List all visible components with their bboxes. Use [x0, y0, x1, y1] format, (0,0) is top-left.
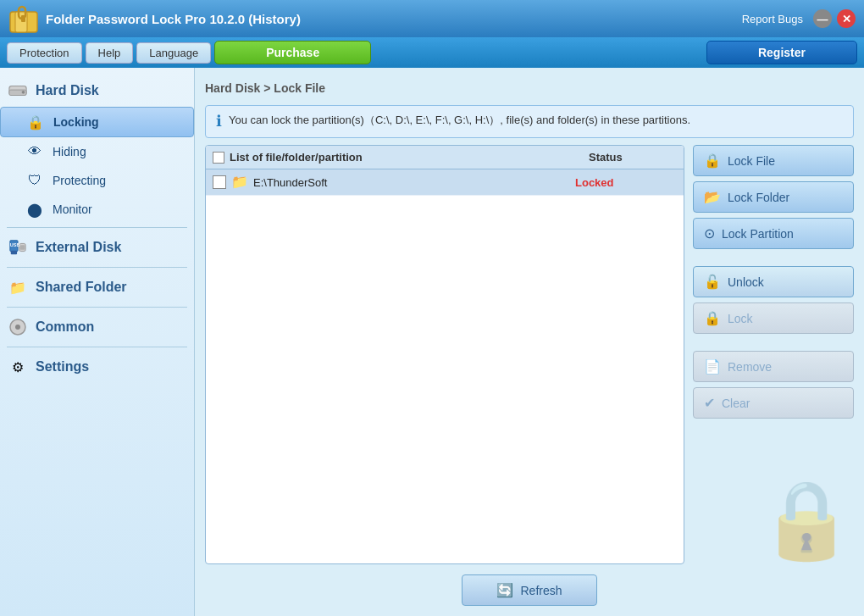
- refresh-icon: 🔄: [496, 582, 513, 598]
- sidebar-item-hiding[interactable]: 👁 Hiding: [0, 137, 194, 166]
- breadcrumb: Hard Disk > Lock File: [205, 78, 854, 98]
- sidebar-item-protecting[interactable]: 🛡 Protecting: [0, 166, 194, 195]
- lock-partition-button[interactable]: ⊙ Lock Partition: [693, 218, 854, 249]
- close-button[interactable]: ✕: [837, 9, 856, 28]
- unlock-icon: 🔓: [704, 274, 721, 290]
- monitor-label: Monitor: [53, 203, 92, 216]
- btn-spacer-2: [693, 339, 854, 346]
- externaldisk-label: External Disk: [36, 240, 121, 255]
- lock-file-label: Lock File: [728, 154, 775, 168]
- sharedfolder-icon: 📁: [8, 278, 27, 297]
- action-buttons-container: 🔒 Lock File 📂 Lock Folder ⊙ Lock Partiti…: [693, 145, 854, 564]
- unlock-button[interactable]: 🔓 Unlock: [693, 266, 854, 297]
- sidebar-item-harddisk[interactable]: Hard Disk: [0, 75, 194, 107]
- col-name-label: List of file/folder/partition: [230, 151, 363, 164]
- externaldisk-icon: USB: [8, 238, 27, 257]
- hiding-label: Hiding: [53, 145, 86, 158]
- harddisk-icon: [8, 81, 27, 100]
- col-status-label: Status: [589, 151, 623, 164]
- action-buttons: 🔒 Lock File 📂 Lock Folder ⊙ Lock Partiti…: [693, 145, 854, 419]
- menu-help[interactable]: Help: [86, 42, 134, 64]
- sidebar-item-monitor[interactable]: ⬤ Monitor: [0, 195, 194, 224]
- locking-label: Locking: [53, 115, 99, 129]
- sidebar-divider-4: [7, 347, 187, 347]
- title-controls: Report Bugs — ✕: [742, 9, 856, 28]
- svg-point-13: [15, 325, 20, 330]
- clear-label: Clear: [722, 397, 750, 410]
- breadcrumb-2: Lock File: [274, 81, 325, 95]
- minimize-button[interactable]: —: [813, 9, 832, 28]
- lock-file-button[interactable]: 🔒 Lock File: [693, 145, 854, 176]
- lock-button[interactable]: 🔒 Lock: [693, 302, 854, 334]
- clear-icon: ✔: [704, 395, 715, 411]
- sidebar-item-locking[interactable]: 🔒 Locking: [0, 107, 194, 137]
- app-title: Folder Password Lock Pro 10.2.0 (History…: [46, 12, 742, 26]
- lock-folder-icon: 📂: [704, 189, 721, 205]
- sidebar: Hard Disk 🔒 Locking 👁 Hiding 🛡 Protectin…: [0, 68, 195, 616]
- lock-folder-button[interactable]: 📂 Lock Folder: [693, 181, 854, 213]
- file-name: E:\ThunderSoft: [253, 176, 575, 189]
- col-status: Status: [582, 149, 684, 165]
- header-checkbox[interactable]: [213, 152, 224, 164]
- sidebar-item-sharedfolder[interactable]: 📁 Shared Folder: [0, 271, 194, 303]
- menu-protection[interactable]: Protection: [7, 42, 82, 64]
- svg-point-6: [22, 91, 25, 94]
- menu-register[interactable]: Register: [706, 41, 857, 64]
- protecting-icon: 🛡: [25, 171, 44, 190]
- info-text: You can lock the partition(s)（C:\, D:\, …: [229, 113, 690, 128]
- app-logo: [8, 3, 39, 34]
- remove-button[interactable]: 📄 Remove: [693, 351, 854, 382]
- lock-file-icon: 🔒: [704, 153, 721, 169]
- lock-icon: 🔒: [704, 310, 721, 326]
- monitor-icon: ⬤: [25, 200, 44, 219]
- lock-partition-label: Lock Partition: [722, 227, 794, 241]
- menu-purchase[interactable]: Purchase: [214, 41, 371, 64]
- file-status: Locked: [575, 176, 677, 189]
- locking-icon: 🔒: [26, 113, 45, 131]
- col-name: List of file/folder/partition: [206, 149, 582, 165]
- clear-button[interactable]: ✔ Clear: [693, 387, 854, 419]
- breadcrumb-1: Hard Disk: [205, 81, 260, 95]
- sidebar-item-externaldisk[interactable]: USB External Disk: [0, 231, 194, 264]
- padlock-decoration: 🔒: [759, 475, 854, 564]
- sidebar-item-common[interactable]: Common: [0, 311, 194, 343]
- harddisk-label: Hard Disk: [36, 83, 99, 98]
- sidebar-divider-3: [7, 307, 187, 308]
- remove-icon: 📄: [704, 358, 721, 375]
- lock-folder-label: Lock Folder: [728, 191, 789, 204]
- breadcrumb-sep: >: [263, 81, 274, 95]
- lock-partition-icon: ⊙: [704, 225, 715, 241]
- svg-rect-8: [11, 251, 17, 255]
- svg-text:USB: USB: [10, 242, 20, 247]
- main-container: Hard Disk 🔒 Locking 👁 Hiding 🛡 Protectin…: [0, 68, 864, 616]
- sidebar-divider-1: [7, 227, 187, 228]
- lock-label: Lock: [728, 312, 753, 325]
- file-list-header: List of file/folder/partition Status: [206, 146, 684, 169]
- common-icon: [8, 318, 27, 336]
- hiding-icon: 👁: [25, 142, 44, 161]
- refresh-button[interactable]: 🔄 Refresh: [462, 574, 596, 606]
- menu-bar: Protection Help Language Purchase Regist…: [0, 37, 864, 68]
- row-checkbox[interactable]: [213, 175, 226, 189]
- file-list-panel: List of file/folder/partition Status 📁 E…: [205, 145, 684, 564]
- info-bar: ℹ You can lock the partition(s)（C:\, D:\…: [205, 105, 854, 138]
- file-list-container: List of file/folder/partition Status 📁 E…: [205, 145, 854, 564]
- menu-language[interactable]: Language: [136, 42, 211, 64]
- protecting-label: Protecting: [53, 174, 106, 187]
- svg-rect-3: [21, 15, 25, 22]
- folder-icon: 📁: [231, 174, 248, 191]
- file-list-rows: 📁 E:\ThunderSoft Locked: [206, 169, 684, 563]
- unlock-label: Unlock: [728, 275, 764, 289]
- settings-icon: ⚙: [8, 358, 27, 376]
- table-row[interactable]: 📁 E:\ThunderSoft Locked: [206, 169, 684, 196]
- remove-label: Remove: [728, 360, 772, 374]
- report-bugs-label: Report Bugs: [742, 13, 803, 25]
- bottom-bar: 🔄 Refresh: [205, 574, 854, 606]
- sharedfolder-label: Shared Folder: [36, 280, 127, 295]
- sidebar-item-settings[interactable]: ⚙ Settings: [0, 351, 194, 383]
- refresh-label: Refresh: [520, 584, 562, 597]
- sidebar-divider-2: [7, 267, 187, 268]
- content-area: Hard Disk > Lock File ℹ You can lock the…: [195, 68, 864, 616]
- settings-label: Settings: [36, 359, 89, 375]
- title-bar: Folder Password Lock Pro 10.2.0 (History…: [0, 0, 864, 37]
